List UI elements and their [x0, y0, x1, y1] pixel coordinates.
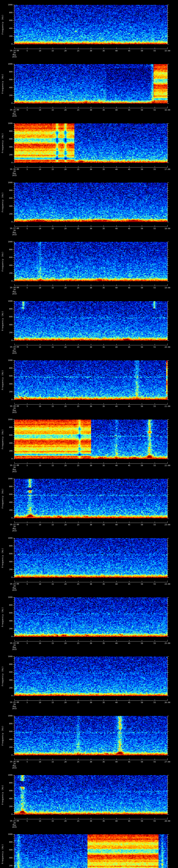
spectrogram-panel: Frequency (Hz)1000800600400200016:25:002… — [0, 652, 178, 711]
y-axis-tick-label: 400 — [5, 324, 12, 326]
y-axis-tick-label: 1000 — [5, 596, 12, 598]
y-axis-tick-label: 800 — [5, 841, 12, 843]
x-axis-tick-label: 45 — [126, 227, 132, 230]
x-axis-tick-label: 40 — [113, 168, 120, 170]
x-axis-tick-label: 15 — [49, 227, 56, 230]
spectrogram-panel: Frequency (Hz)1000800600400200016:27:002… — [0, 770, 178, 830]
x-axis-tick-label: 30 — [87, 50, 94, 52]
x-axis-tick-label: 5 — [24, 761, 31, 763]
y-axis-title: Frequency (Hz) — [1, 607, 4, 627]
x-axis-tick-label: 30 — [87, 820, 94, 822]
x-axis-tick-label: 5 — [24, 642, 31, 644]
x-axis-tick-label: 45 — [126, 524, 132, 526]
y-axis-tick-label: 800 — [5, 367, 12, 369]
x-axis-tick-label: 20 — [62, 701, 69, 704]
x-axis-tick-label: 40 — [113, 109, 120, 111]
y-axis-tick-label: 200 — [5, 154, 12, 156]
date-year-label: 2015 — [12, 115, 17, 117]
x-axis-tick-label: 30 — [87, 642, 94, 644]
y-axis-title: Frequency (Hz) — [1, 192, 4, 212]
spectrogram-panel: Frequency (Hz)1000800600400200016:21:002… — [0, 415, 178, 474]
x-axis-end-label: 24:00 — [162, 583, 173, 585]
y-axis-tick-label: 800 — [5, 130, 12, 132]
x-axis-tick-label: 50 — [138, 820, 145, 822]
x-axis-tick-label: 10 — [36, 761, 43, 763]
spectrogram-panel: Frequency (Hz)1000800600400200016:15:002… — [0, 59, 178, 118]
x-axis-tick-label: 45 — [126, 109, 132, 111]
x-axis-tick-label: 45 — [126, 464, 132, 467]
x-axis-tick-label: 25 — [75, 583, 82, 585]
x-axis-tick-label: 25 — [75, 227, 82, 230]
y-axis-tick-label: 600 — [5, 375, 12, 377]
y-axis-tick-label: 800 — [5, 249, 12, 251]
y-axis-tick-label: 600 — [5, 256, 12, 258]
y-axis-tick-label: 800 — [5, 723, 12, 725]
x-axis-tick-label: 20 — [62, 642, 69, 644]
x-axis-tick-label: 15 — [49, 346, 56, 348]
x-axis-tick-label: 15 — [49, 761, 56, 763]
x-axis-tick-label: 45 — [126, 50, 132, 52]
x-axis-end-label: 28:00 — [162, 820, 173, 822]
x-axis-tick-label: 15 — [49, 701, 56, 704]
date-year-label: 2015 — [12, 352, 17, 354]
x-axis-tick-label: 35 — [100, 524, 107, 526]
y-axis-tick-label: 0 — [5, 636, 12, 638]
x-axis-tick-label: 55 — [151, 109, 158, 111]
x-axis-tick-label: 55 — [151, 524, 158, 526]
x-axis-tick-label: 25 — [75, 820, 82, 822]
x-axis-tick-label: 10 — [36, 50, 43, 52]
x-axis-tick-label: 45 — [126, 583, 132, 585]
date-year-label: 2015 — [12, 175, 17, 177]
x-axis-tick-label: 30 — [87, 405, 94, 407]
x-axis-tick-label: 35 — [100, 761, 107, 763]
x-axis-tick-label: 5 — [24, 109, 31, 111]
x-axis-tick-label: 20 — [62, 50, 69, 52]
y-axis-tick-label: 0 — [5, 517, 12, 519]
x-axis-end-label: 16:00 — [162, 109, 173, 111]
x-axis-tick-label: 40 — [113, 227, 120, 230]
x-axis-tick-label: 20 — [62, 464, 69, 467]
x-axis-tick-label: 40 — [113, 464, 120, 467]
y-axis-tick-label: 1000 — [5, 833, 12, 835]
y-axis-tick-label: 200 — [5, 509, 12, 511]
y-axis-tick-label: 0 — [5, 221, 12, 223]
x-axis-end-label: 26:00 — [162, 701, 173, 704]
y-axis-tick-label: 0 — [5, 339, 12, 341]
x-axis-tick-label: 45 — [126, 761, 132, 763]
x-axis-tick-label: 40 — [113, 287, 120, 289]
y-axis-tick-label: 1000 — [5, 655, 12, 658]
date-year-label: 2015 — [12, 708, 17, 710]
x-axis-tick-label: 40 — [113, 701, 120, 704]
y-axis-tick-label: 600 — [5, 20, 12, 22]
y-axis-title: Frequency (Hz) — [1, 785, 4, 805]
x-axis-tick-label: 40 — [113, 405, 120, 407]
y-axis-tick-label: 600 — [5, 493, 12, 495]
x-axis-tick-label: 55 — [151, 227, 158, 230]
y-axis-tick-label: 400 — [5, 146, 12, 148]
y-axis-tick-label: 800 — [5, 545, 12, 547]
y-axis-tick-label: 200 — [5, 687, 12, 689]
y-axis-title: Frequency (Hz) — [1, 73, 4, 94]
x-axis-tick-label: 20 — [62, 761, 69, 763]
y-axis-tick-label: 600 — [5, 138, 12, 140]
x-axis-tick-label: 30 — [87, 583, 94, 585]
x-axis-tick-label: 40 — [113, 761, 120, 763]
date-year-label: 2015 — [12, 234, 17, 236]
x-axis-end-label: 18:00 — [162, 227, 173, 230]
y-axis-title: Frequency (Hz) — [1, 311, 4, 331]
x-axis-end-label: 22:00 — [162, 464, 173, 467]
date-year-label: 2015 — [12, 56, 17, 58]
y-axis-title: Frequency (Hz) — [1, 666, 4, 686]
y-axis-tick-label: 200 — [5, 213, 12, 215]
x-axis-end-label: 17:00 — [162, 168, 173, 170]
x-axis-tick-label: 45 — [126, 642, 132, 644]
x-axis-tick-label: 20 — [62, 524, 69, 526]
y-axis-tick-label: 1000 — [5, 715, 12, 717]
y-axis-tick-label: 600 — [5, 434, 12, 436]
date-year-label: 2015 — [12, 767, 17, 769]
y-axis-tick-label: 400 — [5, 561, 12, 563]
x-axis-tick-label: 55 — [151, 820, 158, 822]
x-axis-tick-label: 5 — [24, 464, 31, 467]
x-axis-tick-label: 10 — [36, 227, 43, 230]
x-axis-tick-label: 45 — [126, 405, 132, 407]
